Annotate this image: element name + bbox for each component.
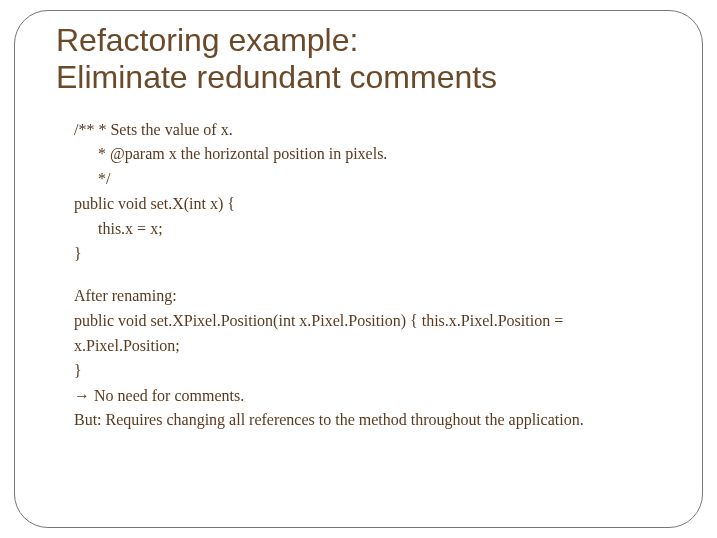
code2-line2: }: [74, 359, 661, 384]
note-no-need-text: No need for comments.: [90, 387, 244, 404]
code2-line1: public void set.XPixel.Position(int x.Pi…: [74, 309, 661, 359]
slide: Refactoring example:Eliminate redundant …: [0, 0, 717, 538]
slide-title: Refactoring example:Eliminate redundant …: [56, 22, 681, 96]
slide-body: /** * Sets the value of x. * @param x th…: [74, 118, 661, 434]
note-no-need: → No need for comments.: [74, 384, 661, 409]
note-but: But: Requires changing all references to…: [74, 408, 661, 433]
arrow-icon: →: [74, 387, 90, 404]
after-renaming-label: After renaming:: [74, 284, 661, 309]
spacer: [74, 266, 661, 284]
code1-line1: /** * Sets the value of x.: [74, 118, 661, 143]
code1-line6: }: [74, 242, 661, 267]
code1-line4: public void set.X(int x) {: [74, 192, 661, 217]
code1-line5: this.x = x;: [74, 217, 661, 242]
title-line1: Refactoring example:Eliminate redundant …: [56, 22, 497, 95]
code1-line3: */: [74, 167, 661, 192]
code1-line2: * @param x the horizontal position in pi…: [74, 142, 661, 167]
